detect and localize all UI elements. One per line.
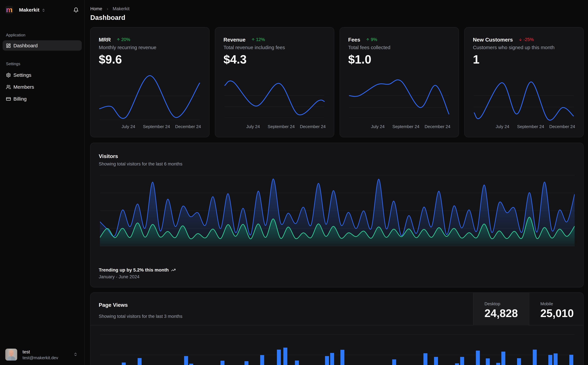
svg-text:December 24: December 24 [549, 124, 575, 129]
svg-text:July 24: July 24 [496, 124, 509, 129]
svg-text:July 24: July 24 [122, 124, 135, 129]
svg-text:September 24: September 24 [268, 124, 295, 129]
svg-text:September 24: September 24 [517, 124, 544, 129]
svg-text:December 24: December 24 [300, 124, 326, 129]
svg-text:September 24: September 24 [392, 124, 419, 129]
svg-text:September 24: September 24 [143, 124, 170, 129]
svg-text:July 24: July 24 [371, 124, 385, 129]
svg-text:December 24: December 24 [175, 124, 201, 129]
svg-text:December 24: December 24 [425, 124, 450, 129]
svg-text:July 24: July 24 [246, 124, 260, 129]
svg-text:m: m [6, 6, 12, 14]
